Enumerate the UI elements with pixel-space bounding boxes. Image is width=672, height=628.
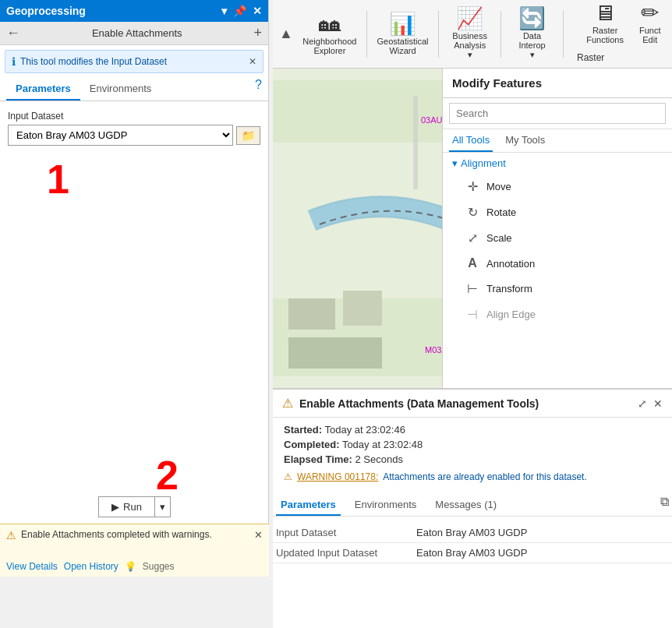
neighborhood-explorer-label: NeighborhoodExplorer [302, 37, 356, 55]
folder-button[interactable]: 📁 [236, 126, 260, 145]
tab-parameters[interactable]: Parameters [6, 78, 80, 101]
view-details-link[interactable]: View Details [6, 561, 58, 572]
attach-popup-tabs: Parameters Environments Messages (1) ⧉ [273, 495, 672, 517]
annotation-1: 1 [47, 156, 69, 203]
warning-top: ⚠ Enable Attachments completed with warn… [6, 529, 263, 542]
attach-popup-body: Started: Today at 23:02:46 Completed: To… [273, 418, 672, 492]
warning-icon: ⚠ [6, 529, 16, 542]
scale-icon: ⤢ [465, 231, 480, 245]
move-label: Move [486, 181, 511, 192]
info-close-button[interactable]: ✕ [249, 56, 256, 67]
modify-tab-all-tools[interactable]: All Tools [449, 129, 493, 152]
table-row: Input Dataset Eaton Bray AM03 UGDP [273, 523, 672, 543]
raster-bar-label: Raster [577, 52, 604, 63]
pin-button[interactable]: 📌 [233, 5, 246, 17]
ribbon-separator-1 [366, 11, 367, 58]
attach-params-table: Input Dataset Eaton Bray AM03 UGDP Updat… [273, 523, 672, 563]
align-edge-label: Align Edge [486, 309, 536, 320]
bulb-icon: 💡 [125, 561, 136, 572]
geoprocessing-panel: Geoprocessing ▾ 📌 ✕ ← Enable Attachments… [0, 0, 269, 577]
completed-label: Completed: [284, 439, 340, 450]
svg-rect-7 [288, 337, 382, 369]
updated-dataset-key: Updated Input Dataset [273, 543, 413, 563]
add-button[interactable]: + [253, 25, 262, 41]
business-icon: 📈 [456, 8, 483, 30]
ribbon-separator-2 [438, 11, 439, 58]
elapsed-value: 2 Seconds [355, 453, 403, 465]
annotation-label: Annotation [486, 258, 535, 270]
transform-tool[interactable]: ⊢ Transform [443, 276, 672, 302]
svg-rect-2 [413, 96, 418, 189]
ribbon-separator-3 [500, 11, 501, 58]
back-button[interactable]: ← [6, 25, 20, 41]
attach-warning-row: ⚠ WARNING 001178: Attachments are alread… [284, 471, 661, 482]
transform-label: Transform [486, 283, 532, 295]
align-edge-icon: ⊣ [465, 307, 480, 322]
move-tool[interactable]: ✛ Move [443, 174, 672, 199]
scale-tool[interactable]: ⤢ Scale [443, 225, 672, 251]
attach-popup-expand-button[interactable]: ⤢ [638, 397, 647, 410]
run-play-icon: ▶ [111, 501, 119, 513]
open-history-link[interactable]: Open History [64, 561, 118, 572]
attach-popup-header: ⚠ Enable Attachments (Data Management To… [273, 390, 672, 418]
annotation-tool[interactable]: A Annotation [443, 251, 672, 276]
attach-popup-title: Enable Attachments (Data Management Tool… [299, 397, 631, 410]
help-button[interactable]: ? [255, 78, 262, 101]
modify-search-input[interactable] [449, 103, 666, 124]
transform-icon: ⊢ [465, 281, 480, 296]
titlebar-controls: ▾ 📌 ✕ [221, 5, 262, 17]
input-dataset-select[interactable]: Eaton Bray AM03 UGDP [8, 125, 233, 146]
modify-tab-my-tools[interactable]: My Tools [502, 129, 548, 152]
alignment-section-header[interactable]: ▾ Alignment [443, 153, 672, 174]
modify-search-area [443, 98, 672, 129]
attach-tab-parameters[interactable]: Parameters [276, 495, 341, 516]
ribbon-item-interop[interactable]: 🔄 DataInterop ▾ [511, 5, 554, 63]
geopanel-info-bar: ℹ This tool modifies the Input Dataset ✕ [5, 50, 263, 73]
minimize-button[interactable]: ▾ [221, 5, 227, 17]
run-dropdown-arrow[interactable]: ▾ [155, 497, 170, 517]
suggest-text: Sugges [143, 561, 175, 572]
geopanel-info-text: This tool modifies the Input Dataset [20, 56, 167, 67]
modify-features-panel: Modify Features All Tools My Tools ▾ Ali… [442, 69, 672, 388]
warning-text: Enable Attachments completed with warnin… [21, 529, 249, 540]
started-row: Started: Today at 23:02:46 [284, 424, 661, 436]
tab-environments[interactable]: Environments [80, 78, 161, 101]
completed-value: Today at 23:02:48 [342, 439, 423, 450]
move-icon: ✛ [465, 179, 480, 194]
geopanel-tabs: Parameters Environments ? [0, 78, 268, 101]
ribbon-item-business[interactable]: 📈 BusinessAnalysis ▾ [448, 5, 491, 63]
geopanel-subtitle: Enable Attachments [27, 27, 247, 39]
table-row: Updated Input Dataset Eaton Bray AM03 UG… [273, 543, 672, 563]
attach-popup: ⚠ Enable Attachments (Data Management To… [273, 388, 672, 628]
run-button-group: ▶ Run ▾ [98, 496, 171, 517]
funct-edit-icon: ✏ [641, 2, 659, 24]
warning-close-button[interactable]: ✕ [254, 529, 263, 541]
attach-tab-messages[interactable]: Messages (1) [430, 495, 501, 516]
ribbon-item-geostatistical[interactable]: 📊 GeostatisticalWizard [377, 10, 430, 58]
align-edge-tool[interactable]: ⊣ Align Edge [443, 302, 672, 327]
attach-popup-close-button[interactable]: ✕ [653, 397, 663, 410]
started-value: Today at 23:02:46 [325, 424, 405, 436]
attach-copy-button[interactable]: ⧉ [660, 495, 669, 516]
ribbon-item-neighborhood-explorer[interactable]: 🏘 NeighborhoodExplorer [302, 10, 357, 58]
completed-row: Completed: Today at 23:02:48 [284, 439, 661, 450]
section-label: Alignment [461, 157, 506, 169]
scroll-up-arrow[interactable]: ▲ [279, 26, 293, 42]
rotate-tool[interactable]: ↻ Rotate [443, 199, 672, 225]
geopanel-title: Geoprocessing [6, 5, 86, 17]
raster-functions-icon: 🖥 [594, 2, 616, 24]
run-button[interactable]: ▶ Run [99, 497, 155, 517]
interop-icon: 🔄 [518, 8, 546, 30]
input-dataset-value: Eaton Bray AM03 UGDP [413, 523, 672, 543]
input-dataset-key: Input Dataset [273, 523, 413, 543]
geostatistical-label: GeostatisticalWizard [377, 37, 428, 55]
bottom-warning-bar: ⚠ Enable Attachments completed with warn… [0, 524, 269, 577]
close-button[interactable]: ✕ [253, 5, 262, 17]
rotate-label: Rotate [486, 206, 516, 218]
attach-warn-icon: ⚠ [282, 396, 293, 411]
geostatistical-icon: 📊 [389, 13, 416, 35]
raster-bar: Raster [571, 47, 672, 69]
attach-warning-code[interactable]: WARNING 001178: [297, 471, 378, 482]
warning-links: View Details Open History 💡 Sugges [6, 561, 263, 572]
attach-tab-environments[interactable]: Environments [350, 495, 421, 516]
